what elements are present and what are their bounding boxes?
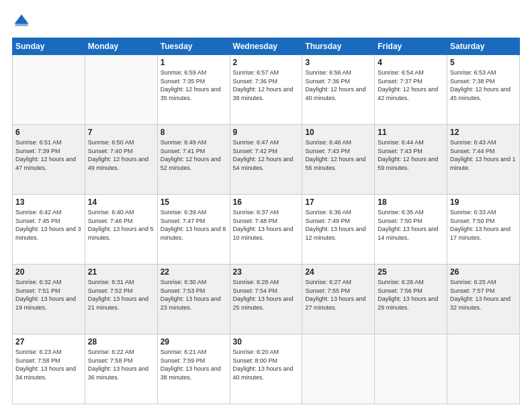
day-number: 6 xyxy=(15,128,82,137)
day-info: Sunrise: 6:43 AM Sunset: 7:44 PM Dayligh… xyxy=(450,138,517,172)
day-info: Sunrise: 6:49 AM Sunset: 7:41 PM Dayligh… xyxy=(161,138,227,172)
calendar-cell: 8Sunrise: 6:49 AM Sunset: 7:41 PM Daylig… xyxy=(157,125,230,195)
calendar-cell: 19Sunrise: 6:33 AM Sunset: 7:50 PM Dayli… xyxy=(447,195,520,265)
day-number: 4 xyxy=(378,58,444,67)
calendar-table: SundayMondayTuesdayWednesdayThursdayFrid… xyxy=(12,38,520,404)
logo-icon xyxy=(12,12,31,31)
header xyxy=(12,12,520,31)
calendar-cell: 9Sunrise: 6:47 AM Sunset: 7:42 PM Daylig… xyxy=(230,125,302,195)
day-info: Sunrise: 6:42 AM Sunset: 7:45 PM Dayligh… xyxy=(15,208,82,242)
calendar-cell: 5Sunrise: 6:53 AM Sunset: 7:38 PM Daylig… xyxy=(447,55,520,125)
calendar-cell: 23Sunrise: 6:28 AM Sunset: 7:54 PM Dayli… xyxy=(230,265,302,334)
calendar-cell: 26Sunrise: 6:25 AM Sunset: 7:57 PM Dayli… xyxy=(447,265,520,334)
calendar-cell: 7Sunrise: 6:50 AM Sunset: 7:40 PM Daylig… xyxy=(85,125,157,195)
calendar-cell xyxy=(85,55,157,125)
weekday-header-sunday: Sunday xyxy=(13,38,85,55)
calendar-cell: 28Sunrise: 6:22 AM Sunset: 7:58 PM Dayli… xyxy=(85,334,157,404)
weekday-header-wednesday: Wednesday xyxy=(230,38,302,55)
day-number: 19 xyxy=(450,197,517,207)
day-number: 11 xyxy=(378,128,444,137)
day-number: 1 xyxy=(161,58,227,67)
day-info: Sunrise: 6:47 AM Sunset: 7:42 PM Dayligh… xyxy=(233,138,300,172)
calendar-cell: 3Sunrise: 6:56 AM Sunset: 7:36 PM Daylig… xyxy=(302,55,375,125)
day-info: Sunrise: 6:50 AM Sunset: 7:40 PM Dayligh… xyxy=(88,138,154,172)
day-number: 28 xyxy=(88,337,154,347)
day-number: 20 xyxy=(15,267,82,277)
weekday-header-monday: Monday xyxy=(85,38,157,55)
calendar-cell xyxy=(13,55,85,125)
day-number: 3 xyxy=(305,58,371,67)
calendar-cell: 14Sunrise: 6:40 AM Sunset: 7:46 PM Dayli… xyxy=(85,195,157,265)
calendar-cell: 29Sunrise: 6:21 AM Sunset: 7:59 PM Dayli… xyxy=(157,334,230,404)
calendar-cell: 13Sunrise: 6:42 AM Sunset: 7:45 PM Dayli… xyxy=(13,195,85,265)
day-info: Sunrise: 6:30 AM Sunset: 7:53 PM Dayligh… xyxy=(161,278,227,312)
day-info: Sunrise: 6:23 AM Sunset: 7:58 PM Dayligh… xyxy=(15,348,82,381)
weekday-header-tuesday: Tuesday xyxy=(157,38,230,55)
day-info: Sunrise: 6:54 AM Sunset: 7:37 PM Dayligh… xyxy=(378,68,444,102)
day-info: Sunrise: 6:53 AM Sunset: 7:38 PM Dayligh… xyxy=(450,68,517,102)
day-info: Sunrise: 6:44 AM Sunset: 7:43 PM Dayligh… xyxy=(378,138,444,172)
day-number: 14 xyxy=(88,197,154,207)
calendar-cell: 27Sunrise: 6:23 AM Sunset: 7:58 PM Dayli… xyxy=(13,334,85,404)
day-info: Sunrise: 6:27 AM Sunset: 7:55 PM Dayligh… xyxy=(305,278,371,312)
day-number: 13 xyxy=(15,197,82,207)
calendar-cell: 1Sunrise: 6:59 AM Sunset: 7:35 PM Daylig… xyxy=(157,55,230,125)
day-number: 10 xyxy=(305,128,371,137)
day-info: Sunrise: 6:57 AM Sunset: 7:36 PM Dayligh… xyxy=(233,68,300,102)
week-row-4: 20Sunrise: 6:32 AM Sunset: 7:51 PM Dayli… xyxy=(13,265,520,334)
day-number: 30 xyxy=(233,337,300,347)
day-number: 21 xyxy=(88,267,154,277)
day-info: Sunrise: 6:40 AM Sunset: 7:46 PM Dayligh… xyxy=(88,208,154,242)
calendar-cell: 2Sunrise: 6:57 AM Sunset: 7:36 PM Daylig… xyxy=(230,55,302,125)
week-row-3: 13Sunrise: 6:42 AM Sunset: 7:45 PM Dayli… xyxy=(13,195,520,265)
day-number: 22 xyxy=(161,267,227,277)
day-number: 18 xyxy=(378,197,444,207)
calendar-cell: 6Sunrise: 6:51 AM Sunset: 7:39 PM Daylig… xyxy=(13,125,85,195)
calendar-cell: 25Sunrise: 6:26 AM Sunset: 7:56 PM Dayli… xyxy=(375,265,447,334)
day-info: Sunrise: 6:51 AM Sunset: 7:39 PM Dayligh… xyxy=(15,138,82,172)
day-number: 26 xyxy=(450,267,517,277)
day-number: 27 xyxy=(15,337,82,347)
calendar-cell: 11Sunrise: 6:44 AM Sunset: 7:43 PM Dayli… xyxy=(375,125,447,195)
day-info: Sunrise: 6:32 AM Sunset: 7:51 PM Dayligh… xyxy=(15,278,82,312)
weekday-header-thursday: Thursday xyxy=(302,38,375,55)
day-info: Sunrise: 6:46 AM Sunset: 7:43 PM Dayligh… xyxy=(305,138,371,172)
week-row-5: 27Sunrise: 6:23 AM Sunset: 7:58 PM Dayli… xyxy=(13,334,520,404)
day-info: Sunrise: 6:36 AM Sunset: 7:49 PM Dayligh… xyxy=(305,208,371,242)
calendar-cell: 20Sunrise: 6:32 AM Sunset: 7:51 PM Dayli… xyxy=(13,265,85,334)
calendar-cell: 22Sunrise: 6:30 AM Sunset: 7:53 PM Dayli… xyxy=(157,265,230,334)
calendar-cell: 15Sunrise: 6:39 AM Sunset: 7:47 PM Dayli… xyxy=(157,195,230,265)
day-info: Sunrise: 6:20 AM Sunset: 8:00 PM Dayligh… xyxy=(233,348,300,381)
calendar-cell: 12Sunrise: 6:43 AM Sunset: 7:44 PM Dayli… xyxy=(447,125,520,195)
day-number: 2 xyxy=(233,58,300,67)
day-info: Sunrise: 6:35 AM Sunset: 7:50 PM Dayligh… xyxy=(378,208,444,242)
day-number: 8 xyxy=(161,128,227,137)
calendar-cell xyxy=(447,334,520,404)
page: SundayMondayTuesdayWednesdayThursdayFrid… xyxy=(0,0,532,411)
weekday-header-saturday: Saturday xyxy=(447,38,520,55)
day-number: 25 xyxy=(378,267,444,277)
calendar-cell: 24Sunrise: 6:27 AM Sunset: 7:55 PM Dayli… xyxy=(302,265,375,334)
day-info: Sunrise: 6:56 AM Sunset: 7:36 PM Dayligh… xyxy=(305,68,371,102)
calendar-cell: 16Sunrise: 6:37 AM Sunset: 7:48 PM Dayli… xyxy=(230,195,302,265)
day-info: Sunrise: 6:25 AM Sunset: 7:57 PM Dayligh… xyxy=(450,278,517,312)
calendar-cell: 18Sunrise: 6:35 AM Sunset: 7:50 PM Dayli… xyxy=(375,195,447,265)
logo xyxy=(12,12,34,31)
calendar-cell xyxy=(375,334,447,404)
weekday-header-friday: Friday xyxy=(375,38,447,55)
day-number: 29 xyxy=(161,337,227,347)
calendar-cell: 30Sunrise: 6:20 AM Sunset: 8:00 PM Dayli… xyxy=(230,334,302,404)
day-info: Sunrise: 6:28 AM Sunset: 7:54 PM Dayligh… xyxy=(233,278,300,312)
day-info: Sunrise: 6:59 AM Sunset: 7:35 PM Dayligh… xyxy=(161,68,227,102)
day-info: Sunrise: 6:31 AM Sunset: 7:52 PM Dayligh… xyxy=(88,278,154,312)
calendar-cell: 4Sunrise: 6:54 AM Sunset: 7:37 PM Daylig… xyxy=(375,55,447,125)
calendar-cell: 17Sunrise: 6:36 AM Sunset: 7:49 PM Dayli… xyxy=(302,195,375,265)
day-number: 15 xyxy=(161,197,227,207)
day-number: 17 xyxy=(305,197,371,207)
day-info: Sunrise: 6:21 AM Sunset: 7:59 PM Dayligh… xyxy=(161,348,227,381)
week-row-2: 6Sunrise: 6:51 AM Sunset: 7:39 PM Daylig… xyxy=(13,125,520,195)
day-info: Sunrise: 6:37 AM Sunset: 7:48 PM Dayligh… xyxy=(233,208,300,242)
day-number: 12 xyxy=(450,128,517,137)
day-number: 5 xyxy=(450,58,517,67)
calendar-cell: 21Sunrise: 6:31 AM Sunset: 7:52 PM Dayli… xyxy=(85,265,157,334)
